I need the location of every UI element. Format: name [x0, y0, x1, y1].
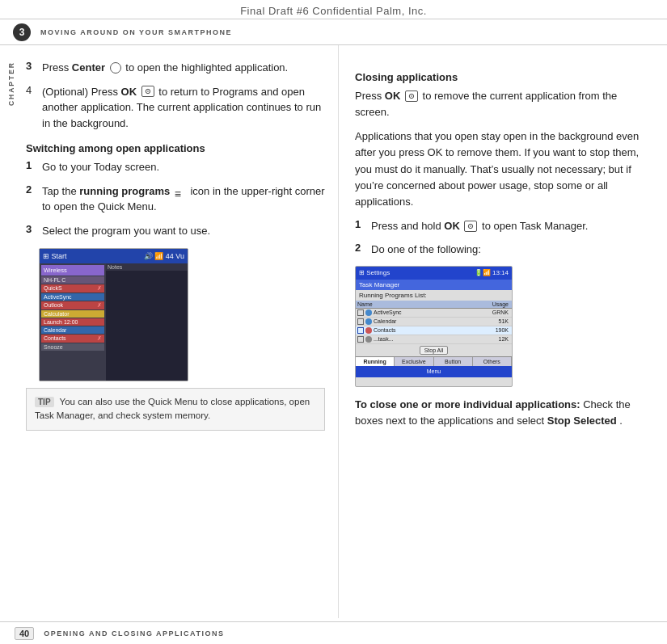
ss-r-checkbox-4 — [357, 336, 364, 343]
ss-item-wireless: Wireless — [41, 265, 104, 276]
closing-para1: Press OK ⊙ to remove the current applica… — [355, 88, 654, 120]
ss-notes: Notes — [106, 263, 188, 271]
closing-heading: Closing applications — [355, 71, 654, 83]
step-3-text: Press Center to open the highlighted app… — [42, 60, 288, 76]
right-step-1: 1 Press and hold OK ⊙ to open Task Manag… — [355, 218, 654, 234]
ok-icon-step1: ⊙ — [464, 221, 477, 232]
ss-r-taskbar-left: ⊞ Settings — [359, 269, 390, 276]
main-content: CHAPTER 3 Press Center to open the highl… — [0, 45, 667, 618]
step-4-num: 4 — [26, 84, 39, 96]
ss-item-calculator: Calculator — [41, 310, 104, 318]
side-chapter-label: CHAPTER — [7, 61, 15, 106]
header-text: Final Draft #6 Confidential Palm, Inc. — [240, 5, 427, 17]
ss-r-val-2: 51K — [463, 318, 510, 324]
page-header: Final Draft #6 Confidential Palm, Inc. — [0, 0, 667, 19]
ss-r-title: Task Manager — [356, 280, 512, 290]
chapter-badge: 3 — [13, 23, 31, 41]
close-period: . — [619, 415, 623, 427]
right-step-2-text: Do one of the following: — [371, 242, 481, 258]
sub-step-3-num: 3 — [26, 223, 39, 235]
closing-para2: Applications that you open stay open in … — [355, 128, 654, 210]
step-4-bold: OK — [121, 86, 137, 98]
ss-r-label-4: ...task... — [374, 336, 463, 342]
ss-r-row-2: Calendar 51K — [356, 318, 512, 326]
sub-step-1-text: Go to your Today screen. — [42, 159, 159, 175]
sub-step-1-num: 1 — [26, 159, 39, 171]
ss-r-col-name: Name — [357, 301, 458, 307]
right-column: Closing applications Press OK ⊙ to remov… — [339, 45, 667, 618]
close-para: To close one or more individual applicat… — [355, 397, 654, 429]
ss-r-tabs: Running Exclusive Button Others — [356, 356, 512, 366]
page-footer: 40 OPENING AND CLOSING APPLICATIONS — [0, 621, 667, 644]
ss-item-outlook: Outlook✗ — [41, 301, 104, 309]
step-3: 3 Press Center to open the highlighted a… — [26, 60, 325, 76]
tip-text: You can also use the Quick Menu to close… — [35, 397, 310, 420]
ok-bold-right: OK — [385, 90, 401, 102]
ss-start: ⊞ Start — [43, 252, 67, 260]
sub-step-2: 2 Tap the running programs icon in the u… — [26, 183, 325, 215]
right-step-2-num: 2 — [355, 242, 368, 254]
menu-icon — [175, 186, 186, 196]
ss-r-tab-others[interactable]: Others — [473, 357, 512, 366]
footer-text: OPENING AND CLOSING APPLICATIONS — [44, 629, 224, 638]
stop-selected-bold: Stop Selected — [547, 415, 617, 427]
ss-item-calendar: Calendar — [41, 326, 104, 334]
sub-step-2-text: Tap the running programs icon in the upp… — [42, 183, 325, 215]
ss-body: Wireless NH-FL C QuickS✗ ActiveSync Outl… — [40, 263, 188, 381]
left-screenshot: ⊞ Start 🔊 📶 44 Vu Wireless NH-FL C Quick… — [39, 248, 188, 381]
running-programs-bold: running programs — [79, 185, 170, 197]
ss-r-tab-running[interactable]: Running — [356, 357, 395, 366]
ss-r-button-row: Stop All — [356, 344, 512, 356]
footer-page-num: 40 — [15, 627, 34, 640]
ss-item-snooze: Snooze — [41, 343, 104, 351]
ss-r-col-usage: Usage — [458, 301, 510, 307]
ss-taskbar: ⊞ Start 🔊 📶 44 Vu — [40, 249, 188, 263]
left-column: 3 Press Center to open the highlighted a… — [23, 45, 339, 618]
ss-r-tab-exclusive[interactable]: Exclusive — [395, 357, 433, 366]
ss-r-val-1: GRNK — [463, 309, 510, 315]
center-icon — [110, 62, 121, 74]
ss-r-label-2: Calendar — [374, 318, 463, 324]
ok-icon-right: ⊙ — [405, 90, 418, 102]
ss-r-icon-4 — [365, 336, 372, 343]
ss-r-icon-2 — [365, 318, 372, 325]
ss-r-label-3: Contacts — [374, 327, 463, 333]
ss-r-table-header: Name Usage — [356, 301, 512, 309]
ss-r-row-4: ...task... 12K — [356, 335, 512, 344]
switching-heading: Switching among open applications — [26, 142, 325, 154]
sub-step-3: 3 Select the program you want to use. — [26, 223, 325, 239]
right-screenshot: ⊞ Settings 🔋📶 13:14 Task Manager Running… — [355, 266, 513, 387]
ss-r-row-1: ActiveSync GRNK — [356, 309, 512, 318]
sub-step-3-text: Select the program you want to use. — [42, 223, 210, 239]
ss-item-nhfl: NH-FL C — [41, 276, 104, 284]
step-4: 4 (Optional) Press OK ⊙ to return to Pro… — [26, 84, 325, 132]
close-heading-bold: To close one or more individual applicat… — [355, 398, 580, 410]
ok-icon-left: ⊙ — [141, 86, 154, 97]
right-step-1-num: 1 — [355, 218, 368, 230]
ok-bold-step1: OK — [444, 220, 460, 232]
ss-item-contacts: Contacts✗ — [41, 335, 104, 343]
chapter-label: MOVING AROUND ON YOUR SMARTPHONE — [40, 28, 232, 36]
ss-item-quicks: QuickS✗ — [41, 284, 104, 293]
ss-r-taskbar-right: 🔋📶 13:14 — [475, 269, 509, 276]
sub-step-1: 1 Go to your Today screen. — [26, 159, 325, 175]
right-step-2: 2 Do one of the following: — [355, 242, 654, 258]
ss-right-panel: Notes — [106, 263, 188, 381]
ss-r-footer: Menu — [356, 366, 512, 377]
ss-r-icon-1 — [365, 309, 372, 316]
tip-box: TIP You can also use the Quick Menu to c… — [26, 388, 325, 431]
ss-r-icon-3 — [365, 327, 372, 334]
tip-label: TIP — [35, 397, 54, 407]
ss-left-panel: Wireless NH-FL C QuickS✗ ActiveSync Outl… — [40, 263, 106, 381]
right-step-1-text: Press and hold OK ⊙ to open Task Manager… — [371, 218, 588, 234]
ss-r-row-3: Contacts 190K — [356, 326, 512, 335]
ss-r-stop-all-btn[interactable]: Stop All — [420, 346, 449, 355]
ss-icons: 🔊 📶 44 Vu — [144, 252, 184, 260]
ss-r-tab-button[interactable]: Button — [434, 357, 473, 366]
side-chapter: CHAPTER — [0, 45, 23, 618]
sub-step-2-num: 2 — [26, 183, 39, 196]
chapter-num: 3 — [19, 27, 25, 38]
ss-r-checkbox-1 — [357, 309, 364, 316]
ss-r-val-3: 190K — [463, 327, 510, 333]
ss-r-checkbox-3 — [357, 327, 364, 334]
